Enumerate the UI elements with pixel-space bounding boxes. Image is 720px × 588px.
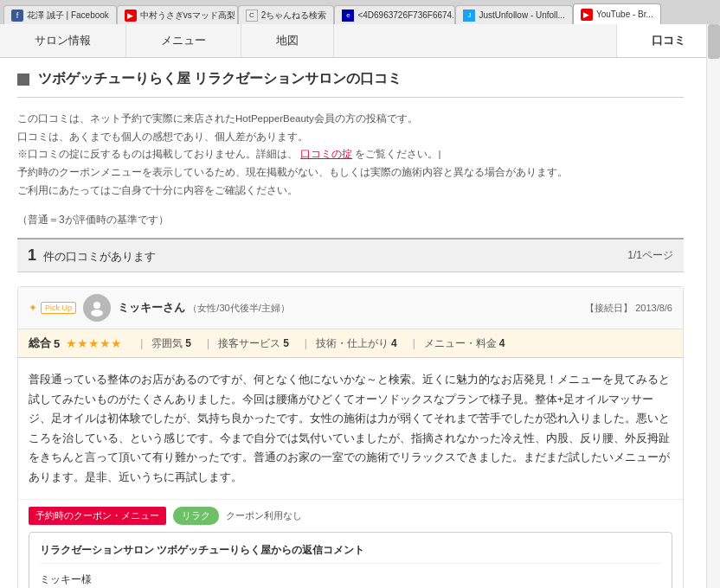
reviewer-avatar	[83, 294, 111, 322]
review-body: 普段通っている整体のお店があるのですが、何となく他にないかな～と検索。近くに魅力…	[18, 358, 683, 499]
divider1: |	[140, 337, 143, 349]
review-card: ✦ Pick Up ミッキーさん （女性/30代後半/主婦） 【接続日】 201…	[17, 286, 684, 588]
score-menu: メニュー・料金 4	[424, 336, 505, 351]
score-total: 総合 5 ★★★★★	[29, 336, 125, 351]
score-hospitality-label: 接客サービス	[218, 336, 280, 351]
review-page-info: 1/1ページ	[627, 248, 673, 263]
review-count-number: 1	[28, 246, 36, 264]
svg-point-0	[93, 302, 100, 309]
page-title: ツボゲッチューりらく屋 リラクゼーションサロンの口コミ	[38, 70, 402, 88]
tag-coupon-none: クーポン利用なし	[226, 509, 302, 522]
yt-favicon: ▶	[581, 9, 593, 21]
notice-line2: 口コミは、あくまでも個人の感想であり、個人差があります。	[17, 128, 684, 146]
score-menu-label: メニュー・料金	[424, 336, 497, 351]
browser-tab-bar: f 花澤 誠子 | Facebook ▶ 中村うさぎvsマッド高梨 C 2ちゃん…	[0, 0, 720, 24]
review-count-bar: 1 件の口コミがあります 1/1ページ	[17, 238, 684, 272]
reply-body: ミッキー様 丁寧でわかりやすい、素敵な口コミありがとうございます！ お喜びいただ…	[40, 571, 661, 588]
title-icon	[17, 74, 29, 86]
notice-line3-text: ※口コミの掟に反するものは掲載しておりません。詳細は、	[17, 149, 298, 159]
main-content: ツボゲッチューりらく屋 リラクゼーションサロンの口コミ この口コミは、ネット予約…	[0, 58, 701, 588]
tab-2ch-label: 2ちゃんねる検索	[261, 10, 327, 22]
tab-menu[interactable]: メニュー	[126, 24, 241, 57]
reply-box: リラクゼーションサロン ツボゲッチューりらく屋からの返信コメント ミッキー様 丁…	[29, 532, 672, 588]
score-atmosphere-label: 雰囲気	[151, 336, 183, 351]
score-hospitality-value: 5	[283, 337, 289, 349]
reviewer-name: ミッキーさん	[118, 301, 185, 314]
review-header: ✦ Pick Up ミッキーさん （女性/30代後半/主婦） 【接続日】 201…	[18, 287, 683, 329]
notice-line1: この口コミは、ネット予約で実際に来店されたHotPepperBeauty会員の方…	[17, 110, 684, 128]
reviewer-meta: （女性/30代後半/主婦）	[188, 303, 289, 313]
notice-link[interactable]: 口コミの掟	[300, 149, 352, 159]
reply-title: リラクゼーションサロン ツボゲッチューりらく屋からの返信コメント	[40, 543, 661, 564]
reviewer-info: ミッキーさん （女性/30代後半/主婦）	[118, 300, 585, 316]
tag-relax: リラク	[173, 507, 219, 525]
notice-line5: ご利用にあたってはご自身で十分に内容をご確認ください。	[17, 182, 684, 200]
tab-justunfollow[interactable]: J JustUnfollow - Unfoll...	[455, 5, 572, 24]
tab-yt-label: YouTube - Br...	[596, 10, 653, 19]
tab-nakamura-label: 中村うさぎvsマッド高梨	[140, 10, 235, 22]
nakamura-favicon: ▶	[125, 10, 137, 22]
ju-favicon: J	[463, 10, 475, 22]
review-date-value: 2013/8/6	[635, 303, 672, 313]
tab-salon-info[interactable]: サロン情報	[0, 24, 126, 57]
facebook-favicon: f	[11, 10, 23, 22]
review-count-unit: 件の口コミがあります	[43, 250, 156, 263]
tags-row: 予約時のクーポン・メニュー リラク クーポン利用なし	[18, 499, 683, 532]
divider4: |	[413, 337, 415, 349]
tab-map[interactable]: 地図	[241, 24, 334, 57]
tab-facebook[interactable]: f 花澤 誠子 | Facebook	[3, 5, 117, 24]
tab-facebook-label: 花澤 誠子 | Facebook	[27, 10, 109, 22]
score-total-label: 総合	[29, 336, 51, 351]
page-tabs: サロン情報 メニュー 地図 口コミ	[0, 24, 720, 58]
avatar-icon	[88, 299, 106, 316]
pickup-star-icon: ✦	[29, 302, 37, 314]
notice-line3: ※口コミの掟に反するものは掲載しておりません。詳細は、 口コミの掟 をご覧くださ…	[17, 145, 684, 163]
svg-point-1	[91, 310, 103, 316]
score-hospitality: 接客サービス 5	[218, 336, 289, 351]
pickup-badge: Pick Up	[41, 302, 76, 314]
tab-ms[interactable]: e <4D6963726F736F6674...	[334, 5, 455, 24]
tab-2ch[interactable]: C 2ちゃんねる検索	[238, 5, 335, 24]
divider3: |	[305, 337, 307, 349]
2ch-favicon: C	[246, 10, 258, 22]
page-title-section: ツボゲッチューりらく屋 リラクゼーションサロンの口コミ	[17, 58, 684, 98]
scrollbar[interactable]	[706, 24, 720, 588]
tab-reviews[interactable]: 口コミ	[616, 24, 720, 57]
tab-ju-label: JustUnfollow - Unfoll...	[479, 10, 564, 20]
divider2: |	[207, 337, 209, 349]
tab-nakamura[interactable]: ▶ 中村うさぎvsマッド高梨	[117, 5, 238, 24]
scores-row: 総合 5 ★★★★★ | 雰囲気 5 | 接客サービス 5 | 技術・仕上がり …	[18, 329, 683, 358]
tag-coupon: 予約時のクーポン・メニュー	[29, 507, 166, 525]
score-technique: 技術・仕上がり 4	[316, 336, 397, 351]
tab-youtube[interactable]: ▶ YouTube - Br...	[573, 3, 661, 24]
notice-line3-end: をご覧ください。|	[355, 149, 440, 159]
scrollbar-thumb[interactable]	[708, 24, 720, 59]
notice-box: この口コミは、ネット予約で実際に来店されたHotPepperBeauty会員の方…	[17, 110, 684, 199]
score-total-stars: ★★★★★	[66, 336, 122, 350]
average-note: （普通＝3が評価時の基準です）	[17, 213, 684, 227]
score-total-value: 5	[54, 337, 60, 350]
score-atmosphere-value: 5	[185, 337, 191, 349]
score-technique-label: 技術・仕上がり	[316, 336, 389, 351]
review-date-label: 【接続日】	[585, 303, 633, 313]
review-count-left: 1 件の口コミがあります	[28, 246, 156, 265]
reply-addressee: ミッキー様	[40, 571, 661, 588]
score-atmosphere: 雰囲気 5	[151, 336, 191, 351]
tab-ms-label: <4D6963726F736F6674...	[357, 10, 455, 20]
score-menu-value: 4	[499, 337, 505, 349]
ms-favicon: e	[342, 10, 354, 22]
score-technique-value: 4	[391, 337, 397, 349]
notice-line4: 予約時のクーポンメニューを表示しているため、現在掲載がない、もしくは実際の施術内…	[17, 163, 684, 182]
review-date: 【接続日】 2013/8/6	[585, 302, 672, 315]
